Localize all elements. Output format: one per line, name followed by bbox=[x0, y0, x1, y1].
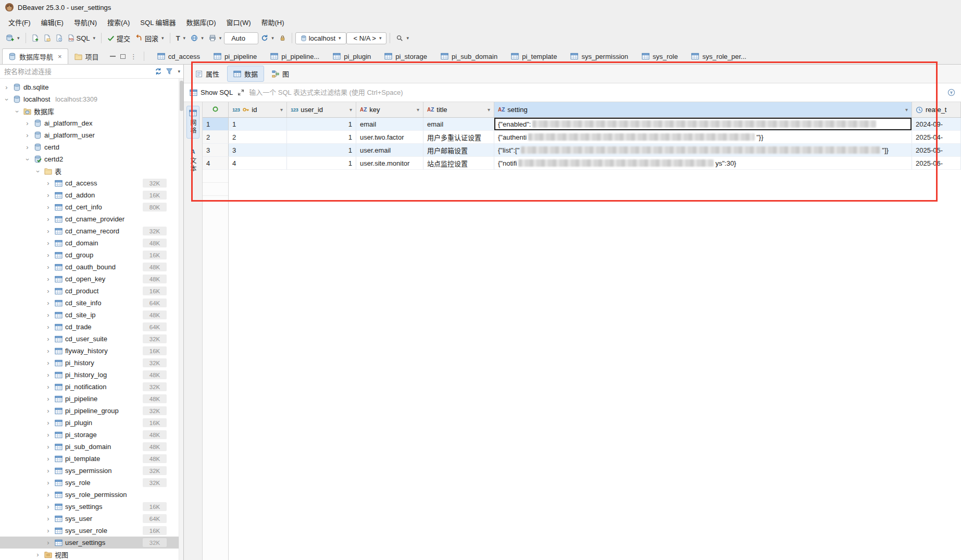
table-row[interactable]: 1 1 1 email email {"enabled": bbox=[203, 118, 961, 131]
menu-item[interactable]: 窗口(W) bbox=[221, 15, 256, 29]
menu-item[interactable]: 导航(N) bbox=[69, 15, 102, 29]
navigator-scrollbar[interactable] bbox=[179, 79, 183, 560]
expand-arrow-icon[interactable] bbox=[45, 479, 52, 487]
expand-arrow-icon[interactable] bbox=[45, 491, 52, 499]
tree-item[interactable]: cd_site_ip 48K bbox=[0, 309, 183, 321]
lock-button[interactable] bbox=[277, 32, 289, 44]
expand-arrow-icon[interactable] bbox=[45, 179, 52, 187]
cell-title[interactable]: 用户邮箱设置 bbox=[423, 144, 494, 157]
tree-item[interactable]: db.sqlite bbox=[0, 81, 183, 93]
menu-item[interactable]: 帮助(H) bbox=[256, 15, 289, 29]
cell-create-time[interactable]: 2025-05- bbox=[912, 144, 961, 157]
tree-item[interactable]: cd_addon 16K bbox=[0, 189, 183, 201]
column-header[interactable]: AZ key ▾ bbox=[356, 102, 423, 117]
expand-arrow-icon[interactable] bbox=[3, 96, 11, 103]
row-number-cell[interactable]: 4 bbox=[203, 157, 229, 170]
expand-arrow-icon[interactable] bbox=[45, 311, 52, 319]
tree-item[interactable]: sys_settings 16K bbox=[0, 501, 183, 513]
expand-arrow-icon[interactable] bbox=[24, 131, 31, 139]
filter-icon[interactable] bbox=[166, 68, 173, 75]
sql-editor-button[interactable]: SQL SQL ▾ bbox=[65, 32, 98, 44]
tree-item[interactable]: certd bbox=[0, 141, 183, 153]
cell-user-id[interactable]: 1 bbox=[287, 131, 356, 144]
expand-arrow-icon[interactable] bbox=[34, 168, 42, 175]
row-number-cell[interactable]: 1 bbox=[203, 118, 229, 131]
scrollbar-thumb[interactable] bbox=[180, 81, 183, 111]
cell-create-time[interactable]: 2025-04- bbox=[912, 131, 961, 144]
expand-filter-icon[interactable] bbox=[238, 89, 244, 96]
chevron-down-icon[interactable]: ▾ bbox=[93, 35, 96, 41]
expand-arrow-icon[interactable] bbox=[45, 191, 52, 199]
tree-item[interactable]: flyway_history 16K bbox=[0, 345, 183, 357]
tree-item[interactable]: pi_pipeline 48K bbox=[0, 393, 183, 405]
tree-item[interactable]: cd_user_suite 32K bbox=[0, 333, 183, 345]
chevron-down-icon[interactable]: ▾ bbox=[201, 35, 204, 41]
new-connection-button[interactable]: ▾ bbox=[3, 32, 22, 44]
chevron-down-icon[interactable]: ▾ bbox=[339, 35, 341, 41]
expand-arrow-icon[interactable] bbox=[45, 527, 52, 534]
more-icon[interactable]: ⋮ bbox=[130, 53, 138, 60]
tree-item[interactable]: certd2 bbox=[0, 153, 183, 165]
connection-filter-input[interactable] bbox=[3, 67, 151, 77]
expand-arrow-icon[interactable] bbox=[45, 335, 52, 343]
view-tab[interactable]: 项目 bbox=[68, 48, 105, 64]
show-sql-button[interactable]: Show SQL bbox=[190, 89, 233, 96]
cell-create-time[interactable]: 2025-06- bbox=[912, 157, 961, 170]
tree-item[interactable]: pi_pipeline_group 32K bbox=[0, 405, 183, 417]
cell-title[interactable]: email bbox=[423, 118, 494, 131]
tree-item[interactable]: user_settings 32K bbox=[0, 537, 183, 549]
editor-tab[interactable]: pi_pipeline bbox=[207, 48, 264, 64]
transactions-button[interactable]: T ▾ bbox=[173, 32, 188, 44]
select-all-corner[interactable] bbox=[203, 102, 229, 117]
chevron-down-icon[interactable]: ▾ bbox=[183, 35, 186, 41]
editor-tab[interactable]: sys_role bbox=[635, 48, 684, 64]
row-number-cell[interactable]: 3 bbox=[203, 144, 229, 157]
row-number-cell[interactable]: 2 bbox=[203, 131, 229, 144]
tree-item[interactable]: 视图 bbox=[0, 549, 183, 560]
globe-button[interactable]: ▾ bbox=[188, 32, 206, 44]
column-header[interactable]: 123 user_id ▾ bbox=[287, 102, 356, 117]
tree-item[interactable]: pi_history_log 48K bbox=[0, 369, 183, 381]
expand-arrow-icon[interactable] bbox=[45, 227, 52, 235]
export-button[interactable]: ▾ bbox=[206, 32, 224, 44]
expand-arrow-icon[interactable] bbox=[45, 503, 52, 511]
tree-item[interactable]: cd_trade 64K bbox=[0, 321, 183, 333]
menu-item[interactable]: 搜索(A) bbox=[102, 15, 135, 29]
cell-key[interactable]: user.site.monitor bbox=[356, 157, 423, 170]
sql-script-new-button[interactable] bbox=[29, 32, 41, 44]
chevron-down-icon[interactable]: ▾ bbox=[379, 35, 382, 41]
tree-item[interactable]: pi_storage 48K bbox=[0, 429, 183, 441]
tree-item[interactable]: ai_platform_dex bbox=[0, 117, 183, 129]
sql-script-recent-button[interactable] bbox=[53, 32, 65, 44]
editor-tab[interactable]: sys_role_per... bbox=[684, 48, 753, 64]
cell-key[interactable]: email bbox=[356, 118, 423, 131]
presentation-tab[interactable]: 网格 bbox=[186, 106, 199, 139]
editor-tab[interactable]: cd_access bbox=[151, 48, 207, 64]
expand-arrow-icon[interactable] bbox=[45, 299, 52, 307]
cell-setting[interactable]: {"enabled": bbox=[494, 118, 912, 131]
cell-user-id[interactable]: 1 bbox=[287, 118, 356, 131]
table-row[interactable]: 2 2 1 user.two.factor 用户多重认证设置 {"authent… bbox=[203, 131, 961, 144]
result-tab[interactable]: 图 bbox=[266, 66, 295, 82]
cell-id[interactable]: 2 bbox=[229, 131, 287, 144]
editor-tab[interactable]: pi_storage bbox=[378, 48, 434, 64]
refresh-button[interactable]: ▾ bbox=[258, 32, 277, 44]
cell-create-time[interactable]: 2024-09- bbox=[912, 118, 961, 131]
tree-item[interactable]: pi_history 32K bbox=[0, 357, 183, 369]
cell-setting[interactable]: {"list":[" "]} bbox=[494, 144, 912, 157]
column-filter-arrow[interactable]: ▾ bbox=[905, 107, 908, 113]
expand-arrow-icon[interactable] bbox=[45, 287, 52, 295]
result-tab[interactable]: 数据 bbox=[227, 66, 264, 82]
result-tab[interactable]: 属性 bbox=[189, 66, 226, 82]
cell-title[interactable]: 站点监控设置 bbox=[423, 157, 494, 170]
cell-user-id[interactable]: 1 bbox=[287, 144, 356, 157]
maximize-icon[interactable] bbox=[120, 54, 126, 59]
expand-arrow-icon[interactable] bbox=[24, 143, 31, 151]
editor-tab[interactable]: pi_plugin bbox=[326, 48, 378, 64]
tree-item[interactable]: sys_permission 32K bbox=[0, 465, 183, 477]
table-row[interactable]: 4 4 1 user.site.monitor 站点监控设置 {"notifi … bbox=[203, 157, 961, 170]
tree-item[interactable]: ai_platform_user bbox=[0, 129, 183, 141]
column-header[interactable]: 123 id ▾ bbox=[229, 102, 287, 117]
cell-title[interactable]: 用户多重认证设置 bbox=[423, 131, 494, 144]
tree-item[interactable]: 数据库 bbox=[0, 105, 183, 117]
